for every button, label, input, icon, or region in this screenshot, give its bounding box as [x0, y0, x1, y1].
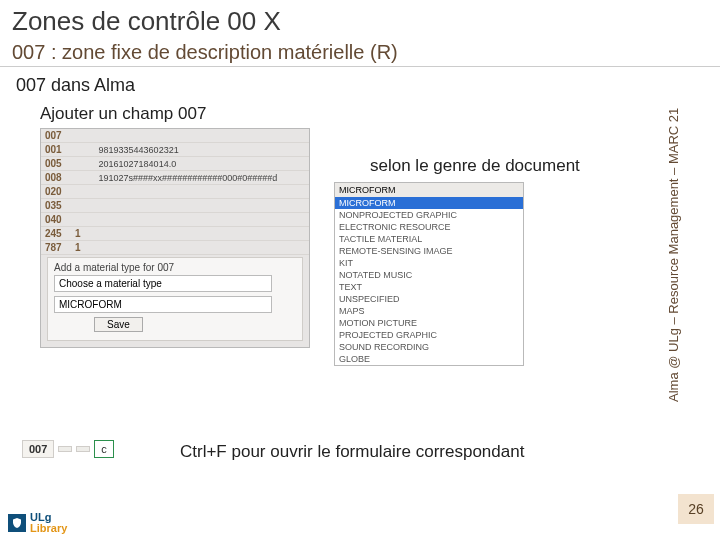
field-007-row: 007 c [22, 440, 114, 458]
logo-area: ULg Library [8, 512, 67, 534]
marc-editor-screenshot: 007 0019819335443602321 0052016102718401… [40, 128, 310, 348]
field-007-tag: 007 [22, 440, 54, 458]
marc-field-table: 007 0019819335443602321 0052016102718401… [41, 129, 309, 255]
material-type-select[interactable]: Choose a material type [54, 275, 272, 292]
material-type-dropdown: MICROFORM MICROFORM NONPROJECTED GRAPHIC… [334, 182, 524, 366]
dropdown-item[interactable]: TEXT [335, 281, 523, 293]
field-007-ind [58, 446, 72, 452]
dropdown-item[interactable]: NONPROJECTED GRAPHIC [335, 209, 523, 221]
shield-icon [8, 514, 26, 532]
page-subtitle: 007 : zone fixe de description matériell… [0, 39, 720, 66]
logo-line2: Library [30, 523, 67, 534]
table-row: 2451 [41, 227, 309, 241]
dropdown-item[interactable]: TACTILE MATERIAL [335, 233, 523, 245]
table-row: 00520161027184014.0 [41, 157, 309, 171]
dropdown-item[interactable]: UNSPECIFIED [335, 293, 523, 305]
divider [0, 66, 720, 67]
dropdown-item[interactable]: MOTION PICTURE [335, 317, 523, 329]
dropdown-item[interactable]: MAPS [335, 305, 523, 317]
add-material-panel: Add a material type for 007 Choose a mat… [47, 257, 303, 341]
table-row: 0019819335443602321 [41, 143, 309, 157]
page-number: 26 [678, 494, 714, 524]
dropdown-item[interactable]: REMOTE-SENSING IMAGE [335, 245, 523, 257]
field-007-value[interactable]: c [94, 440, 114, 458]
caption-genre: selon le genre de document [370, 156, 580, 176]
table-row: 035 [41, 199, 309, 213]
dropdown-item[interactable]: KIT [335, 257, 523, 269]
table-row: 040 [41, 213, 309, 227]
table-row: 7871 [41, 241, 309, 255]
shortcut-instruction: Ctrl+F pour ouvrir le formulaire corresp… [180, 442, 524, 462]
dropdown-item[interactable]: ELECTRONIC RESOURCE [335, 221, 523, 233]
material-type-value[interactable]: MICROFORM [54, 296, 272, 313]
dropdown-item[interactable]: GLOBE [335, 353, 523, 365]
save-button[interactable]: Save [94, 317, 143, 332]
page-title: Zones de contrôle 00 X [0, 0, 720, 39]
dropdown-item[interactable]: PROJECTED GRAPHIC [335, 329, 523, 341]
dropdown-item[interactable]: MICROFORM [335, 197, 523, 209]
field-007-ind [76, 446, 90, 452]
panel-label: Add a material type for 007 [54, 262, 296, 275]
table-row: 007 [41, 129, 309, 143]
dropdown-head[interactable]: MICROFORM [335, 183, 523, 197]
section-heading: 007 dans Alma [0, 69, 720, 100]
dropdown-item[interactable]: NOTATED MUSIC [335, 269, 523, 281]
table-row: 020 [41, 185, 309, 199]
dropdown-item[interactable]: SOUND RECORDING [335, 341, 523, 353]
sidebar-vertical-label: Alma @ ULg – Resource Management – MARC … [666, 95, 686, 415]
table-row: 008191027s####xx############000#0#####d [41, 171, 309, 185]
sub-heading: Ajouter un champ 007 [0, 100, 720, 128]
